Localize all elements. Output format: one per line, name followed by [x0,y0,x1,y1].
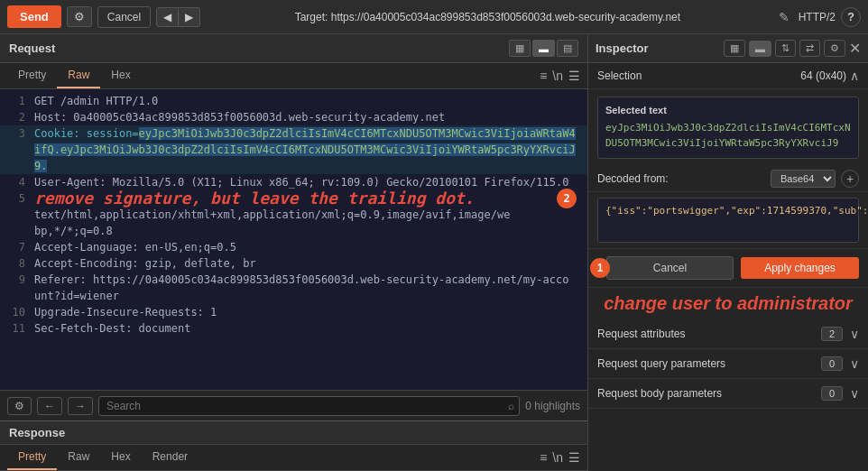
code-line-3: 3 Cookie: session=eyJpc3MiOiJwb3J0c3dpZ2… [0,125,587,174]
request-section-header: Request ▦ ▬ ▤ [0,34,587,63]
accordion-count-query: 0 [821,356,843,371]
menu-icon-btn[interactable]: ☰ [568,69,580,83]
code-line-8: 8 Accept-Encoding: gzip, deflate, br [0,255,587,272]
selection-count: 64 (0x40) [800,69,846,82]
apply-changes-button[interactable]: Apply changes [741,257,859,279]
selection-value: 64 (0x40) ∧ [800,69,859,83]
accordion-right-query: 0 ∨ [821,356,859,371]
response-tab-actions: ≡ \n ☰ [540,450,580,465]
inspector-view-list[interactable]: ▬ [749,41,771,57]
accordion-label-attributes: Request attributes [597,328,685,340]
search-icon: ⌕ [508,400,514,412]
view-toggle: ▦ ▬ ▤ [509,40,578,57]
code-line-5: 5 remove signature, but leave the traili… [0,190,587,207]
settings-button[interactable]: ⚙ [67,6,92,27]
main-content: Request ▦ ▬ ▤ Pretty Raw Hex ≡ \n ☰ [0,34,868,471]
accordion-chevron-query: ∨ [850,356,859,371]
code-line-6: text/html,application/xhtml+xml,applicat… [0,207,587,239]
tab-response-render[interactable]: Render [142,445,199,470]
edit-icon[interactable]: ✎ [779,10,790,24]
search-input-wrap: ⌕ [98,396,520,416]
accordion-right-attributes: 2 ∨ [821,327,859,341]
view-btn-grid[interactable]: ▦ [509,40,531,57]
highlights-count: 0 highlights [525,400,580,412]
selection-label: Selection [597,69,642,82]
target-url: Target: https://0a40005c034ac899853d853f… [206,11,770,23]
inspector-sort-btn[interactable]: ⇅ [775,40,796,57]
tab-response-pretty[interactable]: Pretty [7,445,57,470]
request-tabs: Pretty Raw Hex ≡ \n ☰ [0,63,587,89]
bottom-back-btn[interactable]: ← [37,397,62,415]
next-button[interactable]: ▶ [179,7,200,27]
accordion-body-params[interactable]: Request body parameters 0 ∨ [588,379,868,409]
response-header: Response [0,421,587,445]
prev-button[interactable]: ◀ [156,7,179,27]
inspector-header: Inspector ▦ ▬ ⇅ ⇄ ⚙ ✕ [588,34,868,63]
tab-hex[interactable]: Hex [100,63,141,88]
tab-raw[interactable]: Raw [57,63,100,88]
inspector-close-btn[interactable]: ✕ [849,40,861,57]
code-line-2: 2 Host: 0a40005c034ac899853d853f0056003d… [0,109,587,125]
accordion-count-body: 0 [821,386,843,401]
request-body[interactable]: 1 GET /admin HTTP/1.0 2 Host: 0a40005c03… [0,89,587,390]
selection-chevron[interactable]: ∧ [850,69,859,83]
code-line-11: 11 Sec-Fetch-Dest: document [0,320,587,337]
code-line-9: 9 Referer: https://0a40005c034ac899853d8… [0,272,587,304]
newline-icon-btn[interactable]: \n [552,69,563,83]
send-button[interactable]: Send [7,5,61,28]
bottom-forward-btn[interactable]: → [68,397,93,415]
request-title: Request [9,42,55,55]
nav-arrows: ◀ ▶ [156,7,200,27]
resp-copy-btn[interactable]: ≡ [540,450,547,465]
code-line-1: 1 GET /admin HTTP/1.0 [0,93,587,109]
accordion-chevron-attributes: ∨ [850,327,859,341]
accordion-query-params[interactable]: Request query parameters 0 ∨ [588,349,868,379]
tab-pretty[interactable]: Pretty [7,63,57,88]
inspector-swap-btn[interactable]: ⇄ [799,40,820,57]
http-version: HTTP/2 [799,11,836,23]
copy-icon-btn[interactable]: ≡ [540,69,547,83]
cancel-button[interactable]: Cancel [97,6,151,28]
left-panel: Request ▦ ▬ ▤ Pretty Raw Hex ≡ \n ☰ [0,34,588,471]
resp-menu-btn[interactable]: ☰ [568,450,580,465]
selected-text-content: eyJpc3MiOiJwb3J0c3dpZ2dlciIsImV4cCI6MTcx… [605,121,851,151]
tab-list: Pretty Raw Hex [7,63,142,88]
response-tabs: Pretty Raw Hex Render ≡ \n ☰ [0,445,587,471]
view-btn-list[interactable]: ▬ [532,40,555,57]
decode-select[interactable]: Base64 URL HTML Hex None [771,170,836,188]
decoded-row: Decoded from: Base64 URL HTML Hex None + [588,166,868,192]
bottom-settings-btn[interactable]: ⚙ [7,397,32,415]
badge-2: 2 [557,189,577,208]
cancel-action-button[interactable]: Cancel [606,256,734,280]
response-section: Response Pretty Raw Hex Render ≡ \n ☰ [0,420,587,471]
resp-nl-btn[interactable]: \n [552,450,563,465]
view-btn-lines[interactable]: ▤ [557,40,578,57]
inspector-btns: ▦ ▬ ⇅ ⇄ ⚙ ✕ [724,40,861,57]
right-panel-inner: Inspector ▦ ▬ ⇅ ⇄ ⚙ ✕ Selection 64 (0x40… [588,34,868,471]
response-tab-list: Pretty Raw Hex Render [7,445,199,470]
accordion-right-body: 0 ∨ [821,386,859,401]
decode-controls: Base64 URL HTML Hex None + [771,170,859,188]
right-panel: Inspector ▦ ▬ ⇅ ⇄ ⚙ ✕ Selection 64 (0x40… [588,34,868,471]
selected-text-title: Selected text [605,105,851,115]
tab-actions: ≡ \n ☰ [540,69,580,83]
code-line-7: 7 Accept-Language: en-US,en;q=0.5 [0,239,587,255]
action-row: 1 Cancel Apply changes [588,248,868,288]
accordion-chevron-body: ∨ [850,386,859,401]
json-box[interactable]: {"iss":"portswigger","exp":1714599370,"s… [597,198,859,243]
accordion-label-query: Request query parameters [597,357,725,370]
accordion-label-body: Request body parameters [597,387,722,400]
tab-response-hex[interactable]: Hex [100,445,141,470]
add-decode-btn[interactable]: + [841,170,859,188]
tab-response-raw[interactable]: Raw [57,445,100,470]
help-button[interactable]: ? [841,7,861,27]
badge-1: 1 [590,258,610,278]
inspector-view-grid[interactable]: ▦ [724,40,745,57]
admin-annotation: change user to administrator [588,288,868,319]
search-input[interactable] [98,396,520,416]
response-title: Response [9,426,65,439]
inspector-gear-btn[interactable]: ⚙ [824,40,845,57]
selected-text-box: Selected text eyJpc3MiOiJwb3J0c3dpZ2dlci… [597,97,859,159]
accordion-request-attributes[interactable]: Request attributes 2 ∨ [588,319,868,349]
code-line-10: 10 Upgrade-Insecure-Requests: 1 [0,304,587,320]
